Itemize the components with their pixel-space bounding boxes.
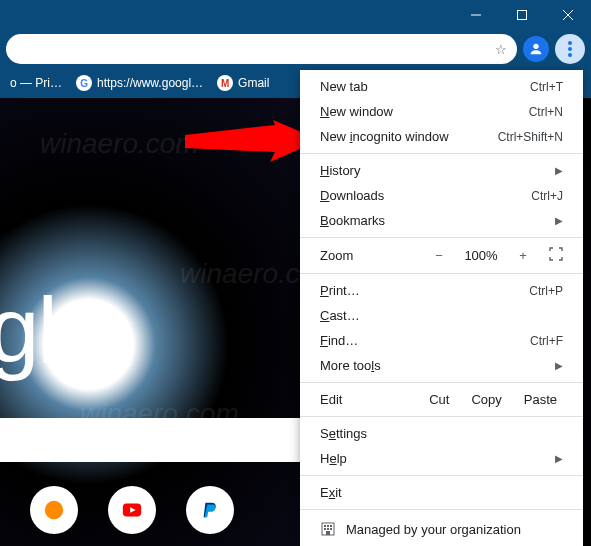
- menu-label: Downloads: [320, 188, 523, 203]
- svg-rect-15: [330, 525, 332, 527]
- menu-edit-row: Edit Cut Copy Paste: [300, 387, 583, 412]
- managed-label: Managed by your organization: [346, 522, 521, 537]
- omnibox[interactable]: ☆: [6, 34, 517, 64]
- bookmark-label: https://www.googl…: [97, 76, 203, 90]
- app-icon: [43, 499, 65, 521]
- menu-separator: [300, 237, 583, 238]
- svg-point-8: [45, 501, 63, 519]
- chevron-right-icon: ▶: [555, 215, 563, 226]
- watermark: winaero.com: [40, 128, 199, 160]
- shortcuts-row: [0, 486, 234, 534]
- menu-label: New incognito window: [320, 129, 490, 144]
- svg-rect-18: [330, 528, 332, 530]
- svg-point-6: [568, 47, 572, 51]
- google-logo: oogle: [0, 278, 105, 383]
- svg-point-7: [568, 53, 572, 57]
- menu-label: Help: [320, 451, 547, 466]
- menu-zoom-row: Zoom − 100% +: [300, 242, 583, 269]
- menu-new-tab[interactable]: New tab Ctrl+T: [300, 74, 583, 99]
- chevron-right-icon: ▶: [555, 360, 563, 371]
- youtube-icon: [121, 499, 143, 521]
- shortcut-item[interactable]: [30, 486, 78, 534]
- menu-label: Find…: [320, 333, 522, 348]
- menu-label: Bookmarks: [320, 213, 547, 228]
- toolbar-row: ☆: [0, 30, 591, 68]
- menu-shortcut: Ctrl+T: [530, 80, 563, 94]
- menu-new-window[interactable]: New window Ctrl+N: [300, 99, 583, 124]
- chevron-right-icon: ▶: [555, 453, 563, 464]
- cut-button[interactable]: Cut: [423, 392, 455, 407]
- bookmark-item[interactable]: M Gmail: [217, 75, 269, 91]
- menu-bookmarks[interactable]: Bookmarks ▶: [300, 208, 583, 233]
- menu-new-incognito-window[interactable]: New incognito window Ctrl+Shift+N: [300, 124, 583, 149]
- shortcut-item[interactable]: [186, 486, 234, 534]
- close-button[interactable]: [545, 0, 591, 30]
- zoom-in-button[interactable]: +: [513, 248, 533, 263]
- edit-label: Edit: [320, 392, 413, 407]
- maximize-button[interactable]: [499, 0, 545, 30]
- svg-point-5: [568, 41, 572, 45]
- menu-history[interactable]: History ▶: [300, 158, 583, 183]
- window-titlebar: [0, 0, 591, 30]
- chrome-menu-button[interactable]: [555, 34, 585, 64]
- menu-managed-by-org[interactable]: Managed by your organization: [300, 514, 583, 544]
- svg-rect-14: [327, 525, 329, 527]
- shortcut-item[interactable]: [108, 486, 156, 534]
- svg-rect-13: [324, 525, 326, 527]
- menu-label: Cast…: [320, 308, 563, 323]
- zoom-value: 100%: [459, 248, 503, 263]
- gmail-icon: M: [217, 75, 233, 91]
- menu-shortcut: Ctrl+N: [529, 105, 563, 119]
- paste-button[interactable]: Paste: [518, 392, 563, 407]
- menu-settings[interactable]: Settings: [300, 421, 583, 446]
- menu-label: New window: [320, 104, 521, 119]
- menu-separator: [300, 475, 583, 476]
- menu-cast[interactable]: Cast…: [300, 303, 583, 328]
- menu-label: Print…: [320, 283, 521, 298]
- menu-shortcut: Ctrl+J: [531, 189, 563, 203]
- bookmark-star-icon[interactable]: ☆: [495, 42, 507, 57]
- chrome-menu: New tab Ctrl+T New window Ctrl+N New inc…: [300, 70, 583, 546]
- menu-shortcut: Ctrl+F: [530, 334, 563, 348]
- menu-separator: [300, 382, 583, 383]
- paypal-icon: [199, 499, 221, 521]
- menu-exit[interactable]: Exit: [300, 480, 583, 505]
- menu-shortcut: Ctrl+Shift+N: [498, 130, 563, 144]
- bookmark-item[interactable]: G https://www.googl…: [76, 75, 203, 91]
- menu-label: History: [320, 163, 547, 178]
- menu-help[interactable]: Help ▶: [300, 446, 583, 471]
- google-search-box[interactable]: RL: [0, 418, 330, 462]
- menu-separator: [300, 416, 583, 417]
- menu-label: More tools: [320, 358, 547, 373]
- bookmark-item[interactable]: o — Pri…: [10, 76, 62, 90]
- menu-find[interactable]: Find… Ctrl+F: [300, 328, 583, 353]
- menu-separator: [300, 273, 583, 274]
- menu-label: Settings: [320, 426, 563, 441]
- svg-point-4: [533, 44, 538, 49]
- menu-downloads[interactable]: Downloads Ctrl+J: [300, 183, 583, 208]
- bookmark-label: o — Pri…: [10, 76, 62, 90]
- zoom-label: Zoom: [320, 248, 419, 263]
- building-icon: [320, 521, 336, 537]
- google-icon: G: [76, 75, 92, 91]
- menu-label: Exit: [320, 485, 563, 500]
- svg-rect-19: [326, 531, 330, 535]
- menu-shortcut: Ctrl+P: [529, 284, 563, 298]
- svg-rect-1: [518, 11, 527, 20]
- zoom-out-button[interactable]: −: [429, 248, 449, 263]
- menu-separator: [300, 153, 583, 154]
- bookmark-label: Gmail: [238, 76, 269, 90]
- chevron-right-icon: ▶: [555, 165, 563, 176]
- menu-separator: [300, 509, 583, 510]
- copy-button[interactable]: Copy: [465, 392, 507, 407]
- fullscreen-icon[interactable]: [549, 247, 563, 264]
- minimize-button[interactable]: [453, 0, 499, 30]
- profile-button[interactable]: [523, 36, 549, 62]
- menu-more-tools[interactable]: More tools ▶: [300, 353, 583, 378]
- svg-rect-17: [327, 528, 329, 530]
- menu-label: New tab: [320, 79, 522, 94]
- menu-print[interactable]: Print… Ctrl+P: [300, 278, 583, 303]
- svg-rect-16: [324, 528, 326, 530]
